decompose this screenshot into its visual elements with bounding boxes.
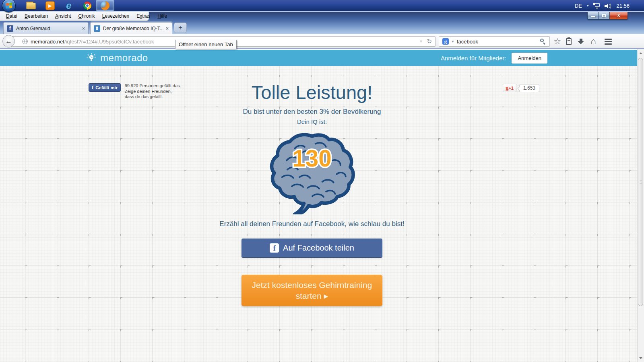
screen: ▶ e DE ▾ 21:56 Datei Bearbeiten Ansicht … [0,0,644,362]
plus-icon: + [174,23,186,33]
volume-icon[interactable] [605,3,611,9]
facebook-f-icon: f [270,243,279,253]
tab-close-icon[interactable]: × [166,26,169,31]
scroll-down-arrow-icon[interactable] [638,355,644,361]
back-arrow-icon: ← [5,37,12,45]
facebook-like-button[interactable]: f Gefällt mir [89,83,121,92]
menu-ansicht[interactable]: Ansicht [52,12,74,21]
search-engine-dropdown-icon[interactable]: ▼ [451,40,454,43]
vertical-scrollbar[interactable] [637,49,644,362]
brand-name: memorado [100,52,148,64]
titlebar: Datei Bearbeiten Ansicht Chronik Lesezei… [0,11,644,34]
site-identity-globe-icon[interactable] [22,39,28,44]
search-input[interactable] [457,39,537,45]
windows-taskbar: ▶ e DE ▾ 21:56 [0,0,644,11]
search-bar[interactable]: g ▼ [439,36,550,47]
bookmarks-menu-icon[interactable] [564,34,574,49]
start-training-button[interactable]: Jetzt kostenloses Gehirntraining starten… [242,275,382,306]
reload-icon[interactable]: ↻ [427,38,432,45]
tab-memorado[interactable]: Der große Memorado IQ-T... × [90,22,172,34]
iq-value: 130 [292,145,332,171]
result-title: Tolle Leistung! [161,82,463,103]
scroll-up-arrow-icon[interactable] [638,50,644,56]
iq-label: Dein IQ ist: [161,118,463,125]
gplus-one-button[interactable]: g +1 [503,84,516,92]
downloads-icon[interactable] [576,34,586,49]
facebook-share-button[interactable]: f Auf Facebook teilen [242,239,382,257]
menu-chronik[interactable]: Chronik [74,12,98,21]
close-button[interactable]: x [610,12,628,20]
tab-facebook[interactable]: f Anton Gremaud × [3,22,89,34]
google-g-icon: g [506,84,509,91]
menu-hilfe[interactable]: Hilfe [154,12,171,21]
url-path: /iqtest?r=124#.U95psuGcICv.facebook [64,39,154,45]
url-dropdown-icon[interactable]: ▼ [419,39,423,43]
share-prompt: Erzähl all deinen Freunden auf Facebook,… [161,220,463,228]
start-button[interactable] [2,0,16,12]
menu-bar: Datei Bearbeiten Ansicht Chronik Lesezei… [0,12,149,21]
facebook-favicon-icon: f [7,25,13,32]
firefox-window: Datei Bearbeiten Ansicht Chronik Lesezei… [0,11,644,362]
chrome-icon[interactable] [83,1,93,10]
google-plus-widget: g +1 1.653 [503,84,539,92]
explorer-icon[interactable] [26,1,36,10]
language-caret-icon[interactable]: ▾ [587,4,589,8]
login-button[interactable]: Anmelden [512,53,547,64]
firefox-taskbar-button[interactable] [96,0,114,11]
browser-viewport: memorado Anmelden für Mitglieder: Anmeld… [0,49,637,362]
clock[interactable]: 21:56 [616,3,630,9]
gplus-count-badge: 1.653 [519,84,539,92]
new-tab-button[interactable]: + [174,23,187,33]
tab-title: Anton Gremaud [16,26,79,31]
menu-lesezeichen[interactable]: Lesezeichen [99,12,133,21]
menu-bearbeiten[interactable]: Bearbeiten [21,12,52,21]
window-controls: x [587,12,628,20]
minimize-button[interactable] [587,12,599,20]
firefox-icon [100,1,111,10]
media-player-icon[interactable]: ▶ [45,1,56,10]
language-indicator[interactable]: DE [575,3,582,9]
restore-button[interactable] [599,12,610,20]
back-button[interactable]: ← [2,35,15,47]
home-icon[interactable]: ⌂ [588,34,599,49]
hamburger-menu-icon[interactable] [602,34,614,49]
windows-flag-icon [6,3,12,8]
system-tray: DE ▾ 21:56 [575,0,630,11]
internet-explorer-icon[interactable]: e [64,1,74,10]
page-body: f Gefällt mir 99.920 Personen gefällt da… [0,66,637,362]
brain-illustration: 130 [161,128,463,214]
url-domain: memorado.net [31,39,64,45]
scrollbar-thumb[interactable] [638,58,643,306]
facebook-f-icon: f [92,84,93,91]
search-magnifier-icon[interactable] [540,38,546,45]
menu-datei[interactable]: Datei [2,12,21,21]
new-tab-tooltip: Öffnet einen neuen Tab [175,40,237,49]
memorado-header: memorado Anmelden für Mitglieder: Anmeld… [0,50,637,66]
brain-icon: 130 [262,128,362,214]
memorado-favicon-icon [94,25,100,32]
navigation-toolbar: ← memorado.net/iqtest?r=124#.U95psuGcICv… [0,34,644,49]
memorado-logo[interactable]: memorado [86,50,148,66]
bookmark-star-icon[interactable]: ☆ [552,34,563,49]
tab-close-icon[interactable]: × [82,26,85,31]
tab-bar: f Anton Gremaud × Der große Memorado IQ-… [0,22,644,34]
google-search-engine-icon[interactable]: g [442,38,449,45]
result-subtitle: Du bist unter den besten 3% der Bevölker… [161,108,463,116]
result-column: Tolle Leistung! Du bist unter den besten… [161,66,463,306]
menu-extras[interactable]: Extras [133,12,154,21]
lightbulb-icon [86,53,97,63]
network-icon[interactable] [593,3,600,8]
tab-title: Der große Memorado IQ-T... [103,26,163,31]
login-label: Anmelden für Mitglieder: [441,55,506,62]
